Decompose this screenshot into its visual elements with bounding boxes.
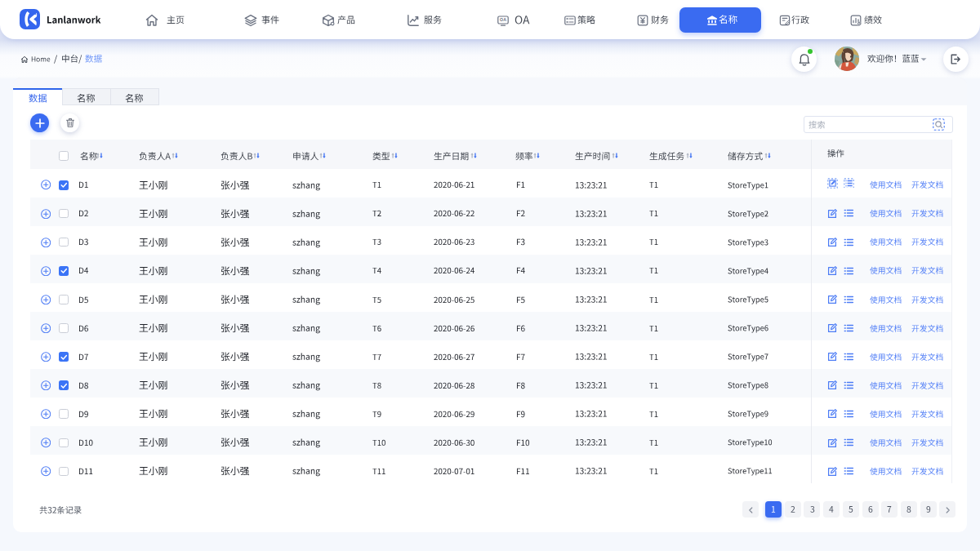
svg-text:OA: OA	[500, 17, 506, 22]
